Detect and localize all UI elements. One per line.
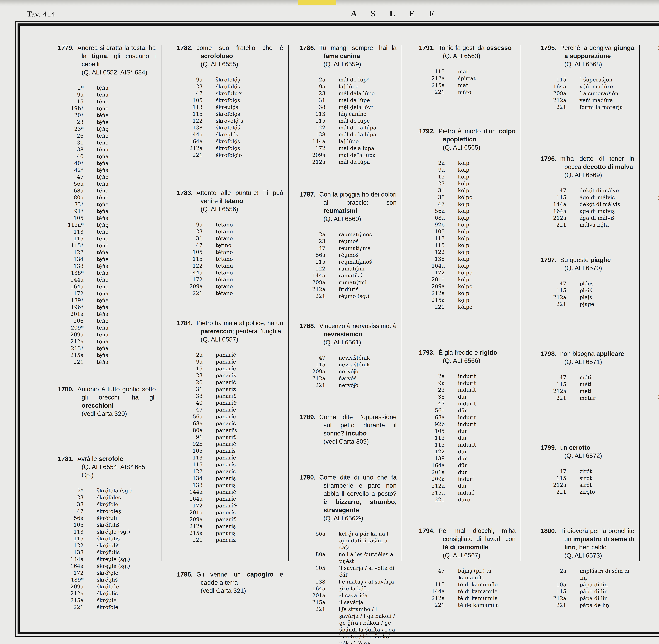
response-row: 23śkrǫ́fales: [58, 494, 156, 501]
phonetic-form: paneríz: [203, 537, 236, 543]
response-row: 23*tę́ńę: [58, 125, 156, 132]
locality-code: 144a: [177, 131, 203, 138]
phonetic-form: fáṇ ćaníne: [325, 111, 366, 117]
locality-code: 122: [658, 296, 659, 303]
response-row: 9ala] lúpa: [300, 83, 396, 90]
phonetic-form: pápa di liṇ: [566, 595, 608, 601]
response-row: 47kolp: [419, 201, 516, 207]
locality-code: 115: [300, 361, 325, 368]
locality-code: 23: [300, 238, 325, 245]
entry-number: 1795.: [541, 44, 560, 51]
locality-code: 56a: [58, 180, 84, 187]
locality-code: 189*: [58, 297, 84, 304]
locality-code: 209a: [177, 516, 203, 523]
phonetic-form: pi̯áge: [566, 301, 594, 307]
phonetic-form: škrofolǫ́ș: [203, 138, 240, 144]
phonetic-form: śkrofolǫ́ś: [203, 97, 240, 103]
locality-code: 144a: [541, 201, 566, 208]
locality-code: 23: [658, 90, 659, 97]
response-row: 47tętino: [177, 242, 283, 249]
locality-code: 144a: [300, 272, 325, 279]
locality-code: 215a: [177, 530, 203, 536]
locality-code: 134: [58, 256, 84, 262]
entry-heading: 1794.Pel mal d’occhi, m’ha consigliato d…: [419, 527, 516, 551]
entry-heading: 1793.È già freddo e rigido: [419, 348, 516, 356]
phonetic-form: panaríϑ: [203, 434, 237, 440]
locality-code: 31: [419, 187, 445, 194]
locality-code: 115: [177, 255, 203, 262]
response-row: 47reumatíʃimș: [300, 245, 396, 252]
locality-code: 42*: [58, 167, 84, 174]
phonetic-form: śkróᵛuli: [84, 515, 117, 521]
locality-code: 68a: [419, 414, 445, 421]
entry-response-list: 2*škrǫ́fǫla (sg.)23śkrǫ́fales38śkrǫ́fole…: [58, 487, 156, 611]
phonetic-form: tę́ńę: [84, 201, 109, 207]
response-row: 2*unǧínt: [658, 76, 659, 83]
response-row: 212afridúriś: [300, 286, 396, 293]
locality-code: 212a: [658, 503, 659, 510]
entry-1803: 1803.Come dite chi ha costante bisogno d…: [658, 393, 659, 524]
response-row: 113fáṇ ćaníne: [300, 111, 396, 117]
phonetic-form: dūr: [445, 408, 467, 413]
response-row: 105pápa di liṇ: [541, 581, 634, 588]
response-row: 206téńe: [58, 317, 156, 324]
phonetic-form: ńarvóś: [325, 375, 357, 381]
response-row: 221[l gá l mál del tíro: [658, 517, 659, 524]
phonetic-form: téńe: [84, 229, 109, 235]
locality-code: 2a: [300, 231, 325, 238]
phonetic-form: panaríz: [203, 372, 236, 378]
phonetic-form: té de kamamíla: [445, 602, 499, 608]
phonetic-form: mál dála lúpe: [325, 90, 375, 96]
phonetic-form: tę́ńe: [84, 174, 109, 180]
column-1: 1779.Andrea si gratta la testa: ha la ti…: [20, 26, 161, 644]
response-row: 164aáge di málviș: [541, 208, 634, 214]
locality-code: 115*: [58, 242, 84, 249]
response-row: 201amarkéś: [658, 317, 659, 323]
response-row: 47tę́ńe: [58, 174, 156, 180]
locality-code: 209a: [658, 323, 659, 330]
locality-code: 113: [658, 469, 659, 476]
locality-code: 221: [177, 152, 203, 158]
phonetic-form: śkrofolǫ́ś: [203, 111, 240, 117]
entry-number: 1803.: [658, 393, 659, 400]
phonetic-form: panaríϑ: [203, 516, 237, 522]
phonetic-form: tę́ńa: [84, 352, 109, 358]
locality-code: 221: [419, 303, 445, 310]
phonetic-form: plai̯ś: [566, 294, 592, 300]
phonetic-form: panaríč: [203, 420, 236, 427]
entry-response-list: 47dekǫ́t di málve115áge di málviś144adek…: [541, 187, 634, 228]
entry-1792: 1792.Pietro è morto d’un colpo apopletti…: [419, 127, 516, 310]
response-row: 221málva kǫ́ta: [541, 221, 634, 228]
response-row: 144até di kamamíle: [419, 588, 516, 595]
response-row: 215aśkrǫ́u̯le: [58, 597, 156, 604]
response-row: 47pláeș: [541, 280, 634, 287]
entry-questionnaire-ref: (Q. ALI 6568): [541, 60, 634, 68]
phonetic-form: kolp: [445, 249, 469, 255]
phonetic-form: kolp: [445, 180, 469, 186]
response-row: 2aputanir: [658, 442, 659, 448]
phonetic-form: ṣkrofulúᵒṣ: [203, 90, 243, 96]
response-row: 215aindurí: [419, 489, 516, 496]
locality-code: 40*: [58, 160, 84, 167]
entry-1793: 1793.È già freddo e rigido(Q. ALI 6566)2…: [419, 348, 516, 503]
entry-questionnaire-ref: (Q. ALI 6574): [658, 218, 659, 226]
response-row: 115mál de lúpe: [300, 117, 396, 124]
response-row: 115mat: [419, 68, 516, 75]
phonetic-form: śirót: [566, 475, 592, 481]
phonetic-form: panaríč: [203, 441, 236, 447]
entry-title: un cerotto: [560, 444, 590, 451]
phonetic-form: méti: [566, 388, 591, 394]
phonetic-form: tétano: [203, 249, 233, 255]
locality-code: 115: [58, 235, 84, 242]
response-row: 138śkrofolǫ́ś: [177, 124, 283, 131]
phonetic-form: tę́ńa: [84, 153, 109, 159]
locality-code: 83*: [58, 201, 84, 208]
entry-1798: 1798.non bisogna applicare(Q. ALI 6571)4…: [541, 350, 634, 401]
entry-questionnaire-ref: (vedi Carta 320): [58, 410, 156, 418]
entry-title: non bisogna applicare: [560, 350, 624, 357]
phonetic-form: tę́ńe: [84, 188, 109, 193]
entry-questionnaire-ref: (Q. ALI 6560): [300, 215, 396, 223]
phonetic-form: ] a śuperaϑi̯óṇ: [566, 90, 618, 96]
entry-title: Come dite di uno che fa stramberie e par…: [319, 474, 396, 513]
response-row: 209a] a śuperaϑi̯óṇ: [541, 90, 634, 97]
